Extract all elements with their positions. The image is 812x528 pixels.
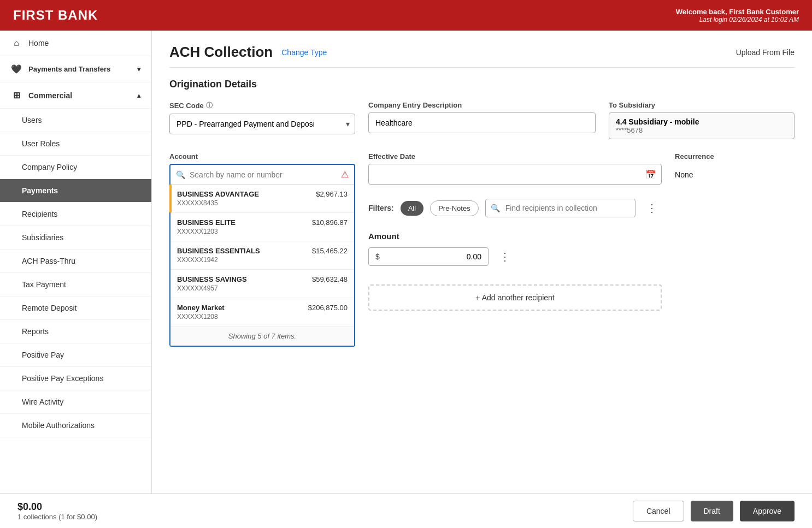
- sec-code-select-wrapper: PPD - Prearranged Payment and Deposi ▾: [169, 114, 355, 134]
- page-title: ACH Collection: [169, 44, 273, 61]
- account-list: BUSINESS ADVANTAGE XXXXXX8435 $2,967.13 …: [170, 185, 354, 327]
- sidebar-item-user-roles[interactable]: User Roles: [0, 132, 151, 156]
- sidebar-item-wire-activity[interactable]: Wire Activity: [0, 390, 151, 414]
- footer-actions: Cancel Draft Approve: [633, 501, 795, 521]
- info-icon: ⓘ: [206, 101, 213, 110]
- cancel-button[interactable]: Cancel: [633, 501, 684, 521]
- dollar-sign: $: [375, 252, 380, 261]
- company-entry-input[interactable]: [368, 112, 596, 133]
- sidebar-payments-sub-label: Payments: [22, 186, 58, 195]
- add-recipient-container: + Add another recipient: [368, 276, 662, 311]
- add-recipient-button[interactable]: + Add another recipient: [368, 284, 662, 311]
- account-search-row: 🔍 ⚠: [170, 165, 354, 185]
- account-search-input[interactable]: [190, 170, 337, 179]
- amount-input[interactable]: [384, 252, 481, 261]
- recurrence-value: None: [675, 170, 812, 179]
- sidebar-item-recipients[interactable]: Recipients: [0, 203, 151, 226]
- form-row-1: SEC Code ⓘ PPD - Prearranged Payment and…: [169, 101, 795, 139]
- filters-container: Filters: All Pre-Notes 🔍 ⋮: [368, 199, 662, 217]
- sidebar-item-tax-payment[interactable]: Tax Payment: [0, 273, 151, 296]
- section-title: Origination Details: [169, 79, 795, 90]
- app-header: FIRST BANK Welcome back, First Bank Cust…: [0, 0, 812, 31]
- sidebar-item-commercial[interactable]: ⊞ Commercial ▴: [0, 82, 151, 109]
- chevron-up-icon: ▴: [137, 92, 140, 99]
- last-login-text: Last login 02/26/2024 at 10:02 AM: [676, 16, 799, 23]
- recipient-search-icon: 🔍: [491, 204, 500, 212]
- footer-collections: 1 collections (1 for $0.00): [17, 513, 97, 521]
- draft-button[interactable]: Draft: [691, 501, 733, 521]
- welcome-area: Welcome back, First Bank Customer Last l…: [676, 8, 799, 23]
- sidebar-item-positive-pay-exceptions[interactable]: Positive Pay Exceptions: [0, 367, 151, 390]
- effective-date-input[interactable]: [368, 164, 662, 185]
- accent-bar: [169, 185, 172, 212]
- origination-section: Origination Details SEC Code ⓘ PPD - Pre…: [169, 79, 795, 347]
- amount-more-button[interactable]: ⋮: [495, 248, 515, 265]
- sidebar-reports-label: Reports: [22, 327, 49, 336]
- approve-button[interactable]: Approve: [740, 501, 795, 521]
- sidebar-item-positive-pay[interactable]: Positive Pay: [0, 343, 151, 367]
- form-row-2: Account 🔍 ⚠ BUSINESS ADVANTAGE: [169, 152, 795, 347]
- account-showing: Showing 5 of 7 items.: [170, 327, 354, 346]
- sidebar-company-policy-label: Company Policy: [22, 163, 77, 171]
- change-type-link[interactable]: Change Type: [281, 48, 327, 57]
- sidebar-item-payments-transfers[interactable]: 🖤 Payments and Transfers ▾: [0, 56, 151, 82]
- filter-prenotes-button[interactable]: Pre-Notes: [430, 200, 479, 216]
- footer-total: $0.00: [17, 501, 97, 513]
- subsidiary-label: To Subsidiary: [609, 101, 795, 109]
- sidebar-positive-pay-exceptions-label: Positive Pay Exceptions: [22, 374, 103, 383]
- recipient-search-wrapper: 🔍: [485, 199, 636, 217]
- more-options-button[interactable]: ⋮: [642, 199, 662, 217]
- sidebar-home-label: Home: [28, 39, 49, 48]
- logo-text: FIRST BANK: [13, 8, 98, 22]
- filter-all-button[interactable]: All: [401, 201, 423, 216]
- sidebar-item-reports[interactable]: Reports: [0, 320, 151, 343]
- page-header: ACH Collection Change Type Upload From F…: [169, 44, 795, 61]
- amount-label: Amount: [368, 232, 662, 241]
- upload-from-file-link[interactable]: Upload From File: [736, 48, 795, 57]
- subsidiary-name: 4.4 Subsidiary - mobile: [616, 117, 787, 126]
- account-item[interactable]: BUSINESS ELITE XXXXXX1203 $10,896.87: [170, 213, 354, 241]
- subsidiary-field: To Subsidiary 4.4 Subsidiary - mobile **…: [609, 101, 795, 139]
- sec-code-field: SEC Code ⓘ PPD - Prearranged Payment and…: [169, 101, 355, 134]
- sidebar-item-users[interactable]: Users: [0, 109, 151, 132]
- search-icon: 🔍: [176, 170, 185, 179]
- account-item[interactable]: BUSINESS ESSENTIALS XXXXXX1942 $15,465.2…: [170, 241, 354, 270]
- recipient-search-input[interactable]: [485, 199, 636, 217]
- home-icon: ⌂: [11, 38, 22, 48]
- account-item[interactable]: Money Market XXXXXX1208 $206,875.00: [170, 298, 354, 327]
- sidebar-subsidiaries-label: Subsidiaries: [22, 233, 63, 242]
- sidebar-user-roles-label: User Roles: [22, 139, 60, 148]
- sidebar-item-company-policy[interactable]: Company Policy: [0, 156, 151, 179]
- calendar-icon[interactable]: 📅: [645, 169, 656, 180]
- sidebar-mobile-auth-label: Mobile Authorizations: [22, 421, 95, 430]
- account-item[interactable]: BUSINESS ADVANTAGE XXXXXX8435 $2,967.13: [170, 185, 354, 213]
- main-content: ACH Collection Change Type Upload From F…: [152, 31, 812, 493]
- footer-bar: $0.00 1 collections (1 for $0.00) Cancel…: [0, 493, 812, 528]
- subsidiary-box: 4.4 Subsidiary - mobile ****5678: [609, 112, 795, 139]
- date-input-wrapper: 📅: [368, 164, 662, 185]
- welcome-text: Welcome back, First Bank Customer: [676, 8, 799, 16]
- effective-date-field: Effective Date 📅 Filters: All Pre-Notes …: [368, 152, 662, 311]
- sidebar-item-ach-pass-thru[interactable]: ACH Pass-Thru: [0, 250, 151, 273]
- sidebar-recipients-label: Recipients: [22, 210, 57, 218]
- page-title-area: ACH Collection Change Type: [169, 44, 327, 61]
- account-item[interactable]: BUSINESS SAVINGS XXXXXX4957 $59,632.48: [170, 270, 354, 298]
- sidebar-item-home[interactable]: ⌂ Home: [0, 31, 151, 56]
- account-label: Account: [169, 152, 355, 161]
- sidebar-tax-payment-label: Tax Payment: [22, 280, 66, 289]
- recurrence-label: Recurrence: [675, 152, 812, 161]
- sec-code-select[interactable]: PPD - Prearranged Payment and Deposi: [169, 114, 355, 134]
- warning-icon: ⚠: [341, 169, 349, 180]
- effective-date-label: Effective Date: [368, 152, 662, 161]
- sec-code-label: SEC Code ⓘ: [169, 101, 355, 110]
- sidebar-item-remote-deposit[interactable]: Remote Deposit: [0, 296, 151, 320]
- sidebar-item-payments[interactable]: Payments: [0, 179, 151, 203]
- sidebar-item-mobile-authorizations[interactable]: Mobile Authorizations: [0, 414, 151, 437]
- logo: FIRST BANK: [13, 8, 98, 23]
- filters-row: Filters: All Pre-Notes 🔍 ⋮: [368, 199, 662, 217]
- amount-row: $ ⋮: [368, 247, 662, 266]
- account-field: Account 🔍 ⚠ BUSINESS ADVANTAGE: [169, 152, 355, 347]
- filters-label: Filters:: [368, 204, 394, 212]
- sidebar-item-subsidiaries[interactable]: Subsidiaries: [0, 226, 151, 250]
- header-divider: [169, 67, 795, 68]
